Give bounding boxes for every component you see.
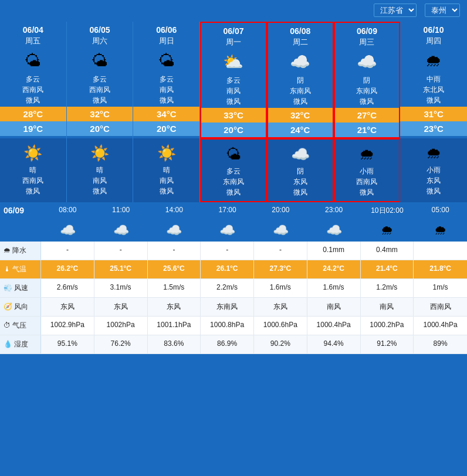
time-cell-5: 23:00 — [307, 206, 361, 216]
data-cell-5-3: 86.9% — [201, 335, 254, 353]
night-icon: ☀️ — [23, 142, 42, 165]
data-cell-5-7: 89% — [414, 335, 467, 353]
day-date: 06/07 — [223, 23, 243, 37]
hourly-icon-3: ☁️ — [201, 223, 254, 238]
day-col-0605: 06/05 周六 🌤 多云西南风微风 32°C 20°C — [67, 22, 134, 138]
day-high: 32°C — [268, 108, 333, 123]
data-cell-4-1: 1002hPa — [94, 317, 148, 335]
day-icon: ☁️ — [290, 50, 310, 74]
hourly-icon-4: ☁️ — [254, 223, 307, 238]
night-col-0605: ☀️ 晴南风微风 — [67, 138, 134, 202]
hourly-icon-1: ☁️ — [94, 223, 148, 238]
night-icon: ☀️ — [157, 142, 176, 165]
data-cell-4-3: 1000.8hPa — [201, 317, 254, 335]
data-row-5: 💧 湿度95.1%76.2%83.6%86.9%90.2%94.4%91.2%8… — [0, 335, 467, 354]
header: 江苏省 泰州 — [0, 0, 467, 18]
night-weather: 阴东风微风 — [293, 166, 307, 198]
day-high: 34°C — [133, 107, 199, 121]
day-weather: 中雨东北风微风 — [422, 73, 445, 107]
data-cell-5-6: 91.2% — [361, 335, 414, 353]
forecast-top: 06/04 周五 🌤 多云西南风微风 28°C 19°C 06/05 周六 🌤 … — [0, 21, 467, 138]
day-date: 06/06 — [156, 22, 177, 36]
day-date: 06/09 — [357, 23, 377, 37]
day-weather: 多云西南风微风 — [21, 73, 45, 107]
hourly-icon-6: 🌧 — [361, 223, 414, 238]
data-cell-2-3: 2.2m/s — [201, 279, 254, 297]
province-select[interactable]: 江苏省 — [374, 4, 417, 17]
data-cell-4-0: 1002.9hPa — [41, 317, 94, 335]
data-cell-4-5: 1000.4hPa — [307, 317, 361, 335]
time-cell-0: 08:00 — [41, 206, 94, 216]
time-cell-3: 17:00 — [201, 206, 254, 216]
hourly-section: 06/0908:0011:0014:0017:0020:0023:0010日02… — [0, 202, 467, 354]
data-cell-2-0: 2.6m/s — [41, 279, 94, 297]
data-cell-5-4: 90.2% — [254, 335, 307, 353]
data-row-2: 💨 风速2.6m/s3.1m/s1.5m/s2.2m/s1.6m/s1.6m/s… — [0, 279, 467, 298]
night-col-0609: 🌧 小雨西南风微风 — [334, 138, 401, 202]
day-col-0609: 06/09 周三 ☁️ 阴东南风微风 27°C 21°C — [334, 22, 401, 138]
data-row-3: 🧭 风向东风东风东风东南风东风南风南风西南风 — [0, 298, 467, 317]
night-col-0604: ☀️ 晴西南风微风 — [0, 138, 67, 202]
night-icon: 🌧 — [426, 142, 441, 165]
data-cell-5-0: 95.1% — [41, 335, 94, 353]
data-cell-3-3: 东南风 — [201, 298, 254, 316]
night-icon: 🌤 — [226, 143, 241, 166]
day-low: 23°C — [400, 121, 467, 136]
data-cell-0-2: - — [148, 242, 201, 260]
time-cell-4: 20:00 — [254, 206, 307, 216]
time-cell-1: 11:00 — [94, 206, 148, 216]
data-cell-0-0: - — [41, 242, 94, 260]
data-cell-3-7: 西南风 — [414, 298, 467, 316]
time-header-row: 06/0908:0011:0014:0017:0020:0023:0010日02… — [0, 202, 467, 217]
day-weekday: 周一 — [226, 37, 241, 50]
day-weather: 多云南风微风 — [158, 73, 175, 107]
data-cell-0-7 — [414, 242, 467, 260]
day-low: 21°C — [335, 123, 400, 137]
data-cell-1-5: 24.2°C — [307, 260, 361, 278]
data-row-4: ⏱ 气压1002.9hPa1002hPa1001.1hPa1000.8hPa10… — [0, 317, 467, 335]
day-high: 28°C — [0, 107, 66, 121]
day-low: 20°C — [67, 121, 133, 136]
night-weather: 晴西南风微风 — [22, 165, 43, 196]
data-cell-4-7: 1000.4hPa — [414, 317, 467, 335]
data-cell-1-2: 25.6°C — [148, 260, 201, 278]
night-col-0610: 🌧 小雨东风微风 — [400, 138, 467, 202]
night-weather: 小雨西南风微风 — [356, 166, 377, 198]
day-weather: 阴东南风微风 — [355, 74, 378, 108]
night-icon: 🌧 — [359, 143, 374, 166]
data-cell-0-6: 0.4mm — [361, 242, 414, 260]
time-cell-6: 10日02:00 — [361, 206, 414, 216]
row-label-5: 💧 湿度 — [0, 335, 41, 353]
hourly-icon-5: ☁️ — [307, 223, 361, 238]
province-selector-group: 江苏省 — [371, 4, 417, 17]
night-col-0608: ☁️ 阴东风微风 — [267, 138, 334, 202]
city-select[interactable]: 泰州 — [425, 4, 460, 17]
data-cell-3-2: 东风 — [148, 298, 201, 316]
data-cell-2-1: 3.1m/s — [94, 279, 148, 297]
data-cell-0-3: - — [201, 242, 254, 260]
day-weekday: 周六 — [92, 36, 107, 49]
data-cell-3-5: 南风 — [307, 298, 361, 316]
data-cell-3-0: 东风 — [41, 298, 94, 316]
day-low: 24°C — [268, 123, 333, 137]
icon-row-label — [0, 223, 41, 238]
day-icon: 🌤 — [25, 49, 41, 73]
time-cell-2: 14:00 — [148, 206, 201, 216]
data-cell-5-2: 83.6% — [148, 335, 201, 353]
data-cell-5-1: 76.2% — [94, 335, 148, 353]
row-label-1: 🌡 气温 — [0, 260, 41, 278]
night-col-0607: 🌤 多云东南风微风 — [200, 138, 267, 202]
day-low: 19°C — [0, 121, 66, 136]
day-high: 27°C — [335, 108, 400, 123]
data-cell-0-5: 0.1mm — [307, 242, 361, 260]
day-col-0606: 06/06 周日 🌤 多云南风微风 34°C 20°C — [133, 22, 200, 138]
data-cell-1-3: 26.1°C — [201, 260, 254, 278]
hourly-icon-0: ☁️ — [41, 223, 94, 238]
day-weather: 多云西南风微风 — [88, 73, 111, 107]
row-label-4: ⏱ 气压 — [0, 317, 41, 335]
data-row-0: 🌧 降水-----0.1mm0.4mm — [0, 242, 467, 260]
hourly-icon-2: ☁️ — [148, 223, 201, 238]
day-weekday: 周二 — [293, 37, 308, 50]
night-weather: 多云东南风微风 — [223, 166, 244, 198]
night-icon: ☁️ — [291, 143, 310, 166]
